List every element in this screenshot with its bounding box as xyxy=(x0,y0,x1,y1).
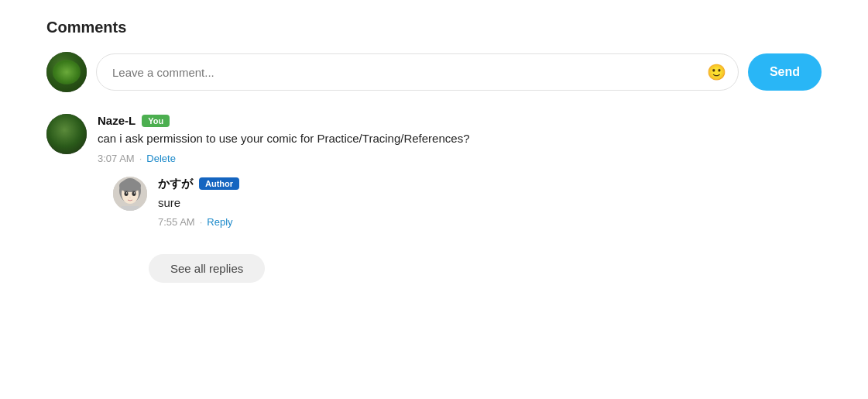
you-badge: You xyxy=(142,115,170,127)
comment-content: Naze-L You can i ask permission to use y… xyxy=(98,114,822,228)
commenter-username: Naze-L xyxy=(98,114,136,127)
reply-content: かすが Author sure 7:55 AM · Reply xyxy=(158,177,822,229)
comment-input-row: 🙂 Send xyxy=(46,52,822,92)
comment-text: can i ask permission to use your comic f… xyxy=(98,130,822,148)
author-badge: Author xyxy=(199,177,239,190)
reply-text: sure xyxy=(158,194,822,212)
separator: · xyxy=(139,153,142,164)
current-user-avatar xyxy=(46,52,87,92)
commenter-avatar xyxy=(46,114,87,154)
delete-link[interactable]: Delete xyxy=(146,153,176,164)
svg-point-5 xyxy=(126,192,128,194)
comment-block: Naze-L You can i ask permission to use y… xyxy=(46,114,822,228)
comments-title: Comments xyxy=(46,19,822,36)
reply-header: かすが Author xyxy=(158,177,822,191)
comment-input[interactable] xyxy=(96,53,739,91)
svg-point-3 xyxy=(119,180,141,192)
svg-point-4 xyxy=(125,191,129,196)
svg-point-6 xyxy=(132,191,136,196)
emoji-icon[interactable]: 🙂 xyxy=(707,63,726,81)
svg-rect-8 xyxy=(121,206,139,211)
see-all-replies-container: See all replies xyxy=(46,240,822,283)
send-button[interactable]: Send xyxy=(748,53,822,91)
see-all-replies-button[interactable]: See all replies xyxy=(149,254,265,283)
comment-input-wrapper: 🙂 xyxy=(96,53,739,91)
svg-point-7 xyxy=(134,192,136,194)
reply-avatar xyxy=(113,177,147,211)
reply-meta: 7:55 AM · Reply xyxy=(158,216,822,228)
comment-timestamp: 3:07 AM xyxy=(98,153,135,164)
reply-block: かすが Author sure 7:55 AM · Reply xyxy=(113,177,822,229)
reply-link[interactable]: Reply xyxy=(207,216,232,228)
reply-timestamp: 7:55 AM xyxy=(158,216,195,228)
comment-meta: 3:07 AM · Delete xyxy=(98,153,822,164)
reply-avatar-img xyxy=(113,177,147,211)
comment-header: Naze-L You xyxy=(98,114,822,127)
reply-separator: · xyxy=(200,216,203,228)
reply-username: かすが xyxy=(158,177,193,191)
